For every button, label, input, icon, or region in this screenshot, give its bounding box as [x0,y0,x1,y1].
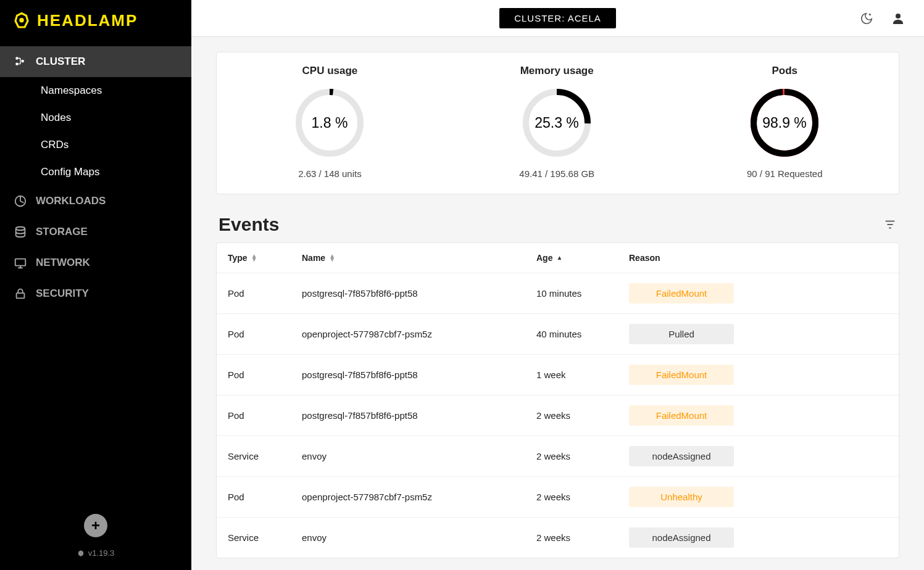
svg-rect-7 [17,293,25,298]
sidebar-item-cluster[interactable]: CLUSTER [0,46,191,77]
cell-age: 2 weeks [536,532,629,543]
sidebar-item-label: STORAGE [36,226,88,238]
sidebar-item-workloads[interactable]: WORKLOADS [0,186,191,217]
col-type[interactable]: Type▲▼ [228,253,302,263]
network-icon [14,256,27,270]
cell-name: postgresql-7f857bf8f6-ppt58 [302,370,536,380]
table-row[interactable]: Pod postgresql-7f857bf8f6-ppt58 2 weeks … [217,395,899,436]
reason-badge: FailedMount [629,405,734,426]
sidebar-item-label: WORKLOADS [36,195,106,207]
topbar: CLUSTER: ACELA [191,0,924,37]
cell-type: Pod [228,492,302,502]
sidebar-item-label: SECURITY [36,287,89,300]
cluster-chip[interactable]: CLUSTER: ACELA [499,8,616,28]
cell-reason: Pulled [629,324,888,344]
svg-point-2 [15,62,19,65]
table-row[interactable]: Service envoy 2 weeks nodeAssigned [217,436,899,477]
table-header: Type▲▼ Name▲▼ Age▲ Reason [217,243,899,273]
sidebar-sub-crds[interactable]: CRDs [0,131,191,159]
cell-name: postgresql-7f857bf8f6-ppt58 [302,288,536,299]
reason-badge: nodeAssigned [629,446,734,466]
col-reason[interactable]: Reason [629,253,888,263]
cell-reason: FailedMount [629,365,888,385]
cell-reason: FailedMount [629,283,888,304]
version-label: v1.19.3 [12,548,179,558]
sidebar-footer: + v1.19.3 [0,502,191,570]
sidebar-sub-namespaces[interactable]: Namespaces [0,77,191,104]
logo-text: HEADLAMP [37,11,138,30]
reason-badge: Pulled [629,324,734,344]
reason-badge: nodeAssigned [629,527,734,548]
cell-age: 10 minutes [536,288,629,299]
col-age[interactable]: Age▲ [536,253,629,263]
events-title: Events [219,214,279,235]
nav: CLUSTERNamespacesNodesCRDsConfig MapsWOR… [0,41,191,502]
table-row[interactable]: Pod openproject-577987cbf7-psm5z 2 weeks… [217,477,899,518]
svg-point-5 [16,227,25,231]
cell-age: 40 minutes [536,329,629,339]
add-cluster-button[interactable]: + [84,514,107,537]
svg-text:1.8 %: 1.8 % [312,115,348,131]
svg-text:25.3 %: 25.3 % [535,115,579,131]
cell-reason: nodeAssigned [629,446,888,466]
gauge-cpu-usage: CPU usage 1.8 % 2.63 / 148 units [293,65,367,179]
gauge-subtitle: 49.41 / 195.68 GB [519,168,594,179]
cell-reason: nodeAssigned [629,527,888,548]
sidebar-item-security[interactable]: SECURITY [0,278,191,309]
cell-type: Pod [228,410,302,421]
sidebar-item-network[interactable]: NETWORK [0,247,191,278]
table-row[interactable]: Pod postgresql-7f857bf8f6-ppt58 10 minut… [217,273,899,314]
col-name[interactable]: Name▲▼ [302,253,536,263]
reason-badge: Unhealthy [629,487,734,507]
content: CPU usage 1.8 % 2.63 / 148 unitsMemory u… [191,37,924,570]
svg-rect-6 [15,259,26,266]
table-row[interactable]: Pod postgresql-7f857bf8f6-ppt58 1 week F… [217,355,899,395]
reason-badge: FailedMount [629,365,734,385]
workloads-icon [14,194,27,208]
sidebar-item-label: CLUSTER [36,56,85,68]
cell-type: Service [228,532,302,543]
cell-name: openproject-577987cbf7-psm5z [302,329,536,339]
sidebar-item-label: NETWORK [36,257,90,269]
theme-toggle-icon[interactable] [860,12,873,25]
svg-point-3 [21,60,24,63]
gauge-title: Pods [747,65,823,77]
cell-age: 1 week [536,370,629,380]
svg-text:98.9 %: 98.9 % [762,115,807,131]
account-icon[interactable] [891,11,905,26]
sidebar-item-storage[interactable]: STORAGE [0,217,191,247]
cell-age: 2 weeks [536,410,629,421]
cell-type: Service [228,451,302,461]
cell-type: Pod [228,370,302,380]
sidebar-sub-nodes[interactable]: Nodes [0,104,191,131]
svg-point-0 [19,18,24,23]
sidebar: HEADLAMP CLUSTERNamespacesNodesCRDsConfi… [0,0,191,570]
gauge-subtitle: 90 / 91 Requested [747,168,823,179]
cell-type: Pod [228,288,302,299]
cell-name: envoy [302,451,536,461]
gauges-panel: CPU usage 1.8 % 2.63 / 148 unitsMemory u… [216,52,899,194]
cell-type: Pod [228,329,302,339]
cell-reason: Unhealthy [629,487,888,507]
main: CLUSTER: ACELA CPU usage 1.8 % 2.63 / 14… [191,0,924,570]
gauge-subtitle: 2.63 / 148 units [293,168,367,179]
table-row[interactable]: Pod openproject-577987cbf7-psm5z 40 minu… [217,314,899,355]
cell-name: envoy [302,532,536,543]
table-row[interactable]: Service envoy 2 weeks nodeAssigned [217,518,899,558]
storage-icon [14,225,27,239]
svg-point-8 [896,14,901,19]
svg-point-1 [15,57,19,60]
filter-icon[interactable] [883,218,897,231]
cell-reason: FailedMount [629,405,888,426]
logo[interactable]: HEADLAMP [0,0,191,41]
gauge-title: Memory usage [519,65,594,77]
sidebar-sub-config-maps[interactable]: Config Maps [0,159,191,186]
k8s-icon [77,550,85,557]
gauge-title: CPU usage [293,65,367,77]
gauge-pods: Pods 98.9 % 90 / 91 Requested [747,65,823,179]
cell-age: 2 weeks [536,492,629,502]
cell-name: postgresql-7f857bf8f6-ppt58 [302,410,536,421]
cell-name: openproject-577987cbf7-psm5z [302,492,536,502]
reason-badge: FailedMount [629,283,734,304]
events-table: Type▲▼ Name▲▼ Age▲ Reason Pod postgresql… [216,242,899,558]
